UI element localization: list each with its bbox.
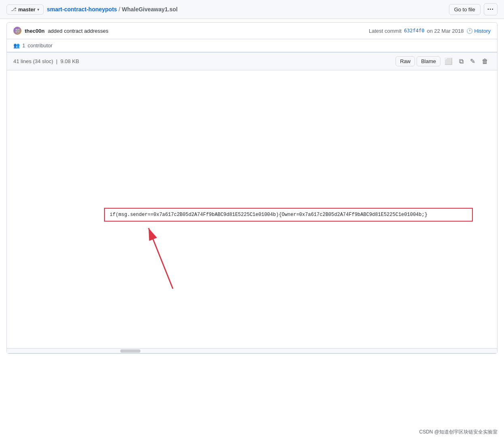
desktop-icon-button[interactable]: ⬜ — [442, 56, 455, 67]
code-content: if(msg.sender==0x7a617c2B05d2A74Ff9bABC9… — [110, 212, 427, 218]
top-bar-actions: Go to file ··· — [449, 3, 498, 15]
contributors-count: 1 — [22, 42, 25, 49]
avatar: 🐺 — [13, 27, 21, 35]
blame-button[interactable]: Blame — [417, 56, 440, 66]
contributors-label: contributor — [28, 42, 52, 49]
breadcrumb-separator: / — [119, 6, 120, 13]
more-options-button[interactable]: ··· — [484, 3, 498, 15]
repo-link[interactable]: smart-contract-honeypots — [47, 6, 117, 13]
horizontal-scrollbar-thumb[interactable] — [120, 349, 140, 353]
commit-hash[interactable]: 632f4f0 — [404, 28, 425, 34]
file-stats: 41 lines (34 sloc) | 9.08 KB — [13, 58, 392, 64]
branch-name: master — [18, 6, 36, 13]
copy-raw-button[interactable]: ⧉ — [457, 56, 466, 67]
line-count: 41 lines — [13, 58, 32, 64]
breadcrumb: smart-contract-honeypots / WhaleGiveaway… — [47, 6, 446, 13]
file-size: 9.08 KB — [60, 58, 79, 64]
commit-message: added contract addresses — [48, 28, 108, 34]
code-area[interactable]: if(msg.sender==0x7a617c2B05d2A74Ff9bABC9… — [7, 70, 497, 353]
contributors-bar: 👥 1 contributor — [7, 39, 497, 52]
sloc-count: (34 sloc) — [33, 58, 53, 64]
commit-date: on 22 Mar 2018 — [427, 28, 464, 34]
history-label: History — [474, 28, 491, 34]
chevron-down-icon: ▾ — [37, 7, 39, 12]
commit-bar: 🐺 thec00n added contract addresses Lates… — [7, 23, 497, 39]
history-link[interactable]: 🕐 History — [466, 28, 491, 34]
git-branch-icon: ⎇ — [11, 6, 17, 12]
horizontal-scrollbar-track[interactable] — [7, 348, 497, 353]
file-container: 🐺 thec00n added contract addresses Lates… — [6, 22, 498, 354]
contributors-icon: 👥 — [13, 42, 20, 49]
svg-line-1 — [149, 228, 173, 289]
go-to-file-button[interactable]: Go to file — [449, 4, 481, 15]
edit-button[interactable]: ✎ — [468, 56, 478, 67]
file-actions: Raw Blame ⬜ ⧉ ✎ 🗑 — [396, 56, 491, 67]
highlighted-code-line: if(msg.sender==0x7a617c2B05d2A74Ff9bABC9… — [104, 208, 473, 222]
history-icon: 🕐 — [466, 28, 473, 34]
delete-button[interactable]: 🗑 — [479, 56, 491, 67]
raw-button[interactable]: Raw — [396, 56, 415, 66]
annotation-arrow — [136, 220, 197, 293]
commit-author[interactable]: thec00n — [25, 28, 45, 34]
file-info-bar: 41 lines (34 sloc) | 9.08 KB Raw Blame ⬜… — [7, 52, 497, 70]
filename: WhaleGiveaway1.sol — [122, 6, 178, 13]
branch-selector[interactable]: ⎇ master ▾ — [6, 4, 44, 15]
latest-commit-label: Latest commit — [369, 28, 402, 34]
avatar-image: 🐺 — [13, 27, 21, 35]
top-bar: ⎇ master ▾ smart-contract-honeypots / Wh… — [0, 0, 504, 19]
commit-meta: Latest commit 632f4f0 on 22 Mar 2018 🕐 H… — [369, 28, 491, 34]
